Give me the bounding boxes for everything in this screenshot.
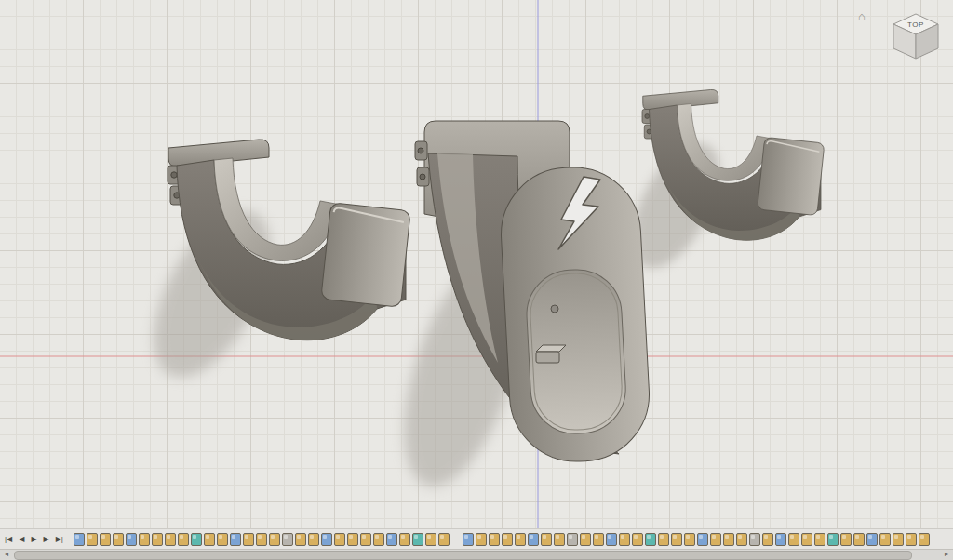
timeline-feature-icon-gold[interactable]: [788, 533, 799, 546]
timeline-feature-icon-blue[interactable]: [463, 533, 474, 546]
timeline-feature-icon-gold[interactable]: [893, 533, 904, 546]
timeline-feature-icon-teal[interactable]: [412, 533, 423, 546]
timeline-feature-icon-gray[interactable]: [567, 533, 578, 546]
viewcube[interactable]: TOP: [879, 4, 947, 69]
timeline-feature-icon-gold[interactable]: [152, 533, 163, 546]
timeline-feature-icon-teal[interactable]: [191, 533, 202, 546]
timeline-feature-icon-gold[interactable]: [879, 533, 891, 546]
timeline-feature-icon-gold[interactable]: [762, 533, 773, 546]
timeline-feature-icon-gold[interactable]: [438, 533, 450, 546]
timeline-feature-icon-gold[interactable]: [515, 533, 526, 546]
timeline-feature-icon-blue[interactable]: [528, 533, 539, 546]
timeline-feature-icon-gold[interactable]: [919, 533, 930, 546]
timeline-feature-icon-gold[interactable]: [580, 533, 591, 546]
timeline-feature-icon-gold[interactable]: [710, 533, 721, 546]
scrollbar-left-arrow[interactable]: ◂: [0, 550, 13, 559]
timeline-feature-icon-blue[interactable]: [866, 533, 878, 546]
timeline-feature-icon-gold[interactable]: [100, 533, 111, 546]
timeline-feature-icon-gold[interactable]: [684, 533, 695, 546]
timeline-feature-icon-blue[interactable]: [775, 533, 786, 546]
cad-application-window: ⌂ TOP |◀◀▶▶▶| ◂ ▸: [0, 0, 953, 560]
timeline-feature-icon-gold[interactable]: [308, 533, 319, 546]
scrollbar-right-arrow[interactable]: ▸: [940, 550, 953, 559]
timeline-feature-icon-blue[interactable]: [321, 533, 332, 546]
timeline-feature-icon-blue[interactable]: [74, 533, 85, 546]
timeline-feature-icon-teal[interactable]: [827, 533, 839, 546]
timeline-feature-icon-blue[interactable]: [230, 533, 241, 546]
timeline-features: [74, 533, 951, 546]
timeline-feature-icon-gold[interactable]: [723, 533, 734, 546]
model-hook-bracket-left[interactable]: [130, 140, 411, 395]
scene-layer: [0, 0, 953, 560]
timeline-go-to-end-button[interactable]: ▶|: [53, 533, 66, 546]
timeline-feature-icon-gold[interactable]: [619, 533, 630, 546]
timeline-bar: |◀◀▶▶▶|: [0, 528, 953, 550]
timeline-feature-icon-gold[interactable]: [334, 533, 345, 546]
timeline-feature-icon-gold[interactable]: [801, 533, 812, 546]
model-charger-holder-center[interactable]: [381, 121, 652, 500]
timeline-feature-icon-blue[interactable]: [606, 533, 617, 546]
timeline-feature-icon-gold[interactable]: [853, 533, 865, 546]
timeline-feature-icon-gold[interactable]: [165, 533, 176, 546]
timeline-feature-icon-gray[interactable]: [749, 533, 760, 546]
timeline-feature-icon-gold[interactable]: [178, 533, 189, 546]
timeline-feature-icon-gold[interactable]: [269, 533, 280, 546]
timeline-feature-icon-gold[interactable]: [87, 533, 98, 546]
timeline-feature-icon-gold[interactable]: [256, 533, 267, 546]
timeline-feature-icon-gold[interactable]: [243, 533, 254, 546]
viewcube-top-face-label[interactable]: TOP: [907, 20, 924, 29]
timeline-feature-icon-gold[interactable]: [139, 533, 150, 546]
timeline-feature-icon-gold[interactable]: [399, 533, 410, 546]
timeline-step-forward-button[interactable]: ▶: [41, 533, 52, 546]
timeline-feature-icon-gold[interactable]: [425, 533, 436, 546]
scrollbar-thumb[interactable]: [14, 551, 912, 560]
timeline-feature-icon-gold[interactable]: [217, 533, 228, 546]
timeline-feature-icon-gold[interactable]: [554, 533, 565, 546]
timeline-feature-icon-gold[interactable]: [502, 533, 513, 546]
timeline-feature-icon-gold[interactable]: [541, 533, 552, 546]
timeline-feature-icon-gold[interactable]: [373, 533, 384, 546]
timeline-feature-icon-gold[interactable]: [671, 533, 682, 546]
timeline-feature-icon-gold[interactable]: [658, 533, 669, 546]
timeline-feature-icon-gold[interactable]: [632, 533, 643, 546]
timeline-feature-icon-gold[interactable]: [476, 533, 487, 546]
timeline-play-button[interactable]: ▶: [28, 533, 39, 546]
timeline-feature-icon-gold[interactable]: [593, 533, 604, 546]
viewcube-area: ⌂ TOP: [858, 4, 947, 71]
mount-hole: [551, 305, 558, 313]
timeline-feature-icon-gold[interactable]: [347, 533, 358, 546]
viewcube-home-icon[interactable]: ⌂: [858, 9, 866, 23]
timeline-feature-icon-blue[interactable]: [697, 533, 708, 546]
model-hook-bracket-right[interactable]: [614, 89, 825, 281]
timeline-feature-icon-gold[interactable]: [204, 533, 215, 546]
timeline-gap: [451, 533, 461, 546]
timeline-feature-icon-gray[interactable]: [282, 533, 293, 546]
timeline-feature-icon-blue[interactable]: [386, 533, 397, 546]
timeline-feature-icon-gold[interactable]: [360, 533, 371, 546]
timeline-feature-icon-gold[interactable]: [906, 533, 917, 546]
timeline-go-to-start-button[interactable]: |◀: [2, 533, 15, 546]
timeline-feature-icon-gold[interactable]: [814, 533, 825, 546]
timeline-controls: |◀◀▶▶▶|: [2, 533, 66, 546]
timeline-feature-icon-blue[interactable]: [126, 533, 137, 546]
timeline-feature-icon-gold[interactable]: [736, 533, 747, 546]
timeline-scrollbar[interactable]: ◂ ▸: [0, 549, 953, 560]
timeline-feature-icon-gold[interactable]: [295, 533, 306, 546]
timeline-feature-icon-gold[interactable]: [840, 533, 852, 546]
timeline-feature-icon-gold[interactable]: [113, 533, 124, 546]
timeline-feature-icon-teal[interactable]: [645, 533, 656, 546]
timeline-feature-icon-gold[interactable]: [489, 533, 500, 546]
timeline-step-back-button[interactable]: ◀: [16, 533, 27, 546]
